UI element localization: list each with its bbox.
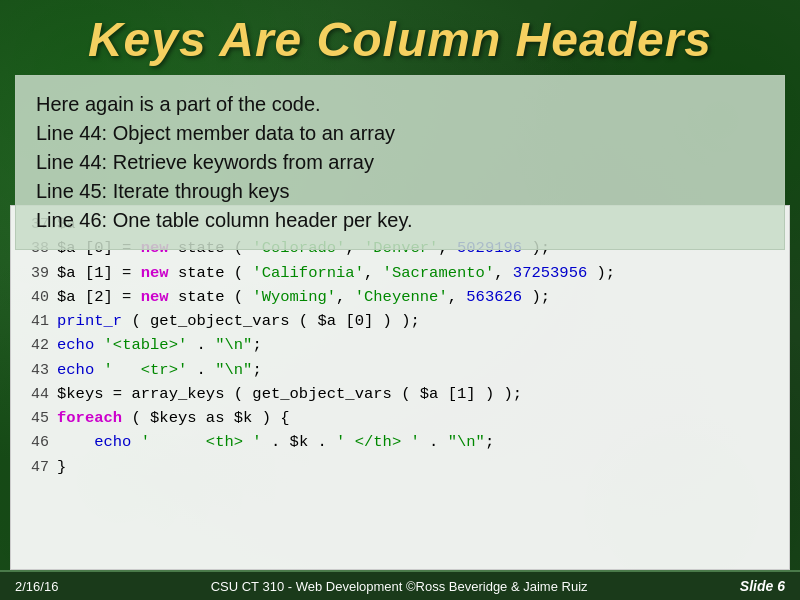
code-line-47: 47 } xyxy=(21,455,779,479)
code-line-42: 42 echo '<table>' . "\n"; xyxy=(21,333,779,357)
slide-container: Keys Are Column Headers Here again is a … xyxy=(0,0,800,600)
desc-line-1: Here again is a part of the code. xyxy=(36,90,764,119)
code-line-41: 41 print_r ( get_object_vars ( $a [0] ) … xyxy=(21,309,779,333)
footer-date: 2/16/16 xyxy=(15,579,58,594)
desc-line-2: Line 44: Object member data to an array xyxy=(36,119,764,148)
title-bar: Keys Are Column Headers xyxy=(0,0,800,75)
code-line-46: 46 echo ' <th> ' . $k . ' </th> ' . "\n"… xyxy=(21,430,779,454)
code-block: 37 $a 38 $a [0] = new state ( 'Colorado'… xyxy=(10,205,790,570)
desc-line-3: Line 44: Retrieve keywords from array xyxy=(36,148,764,177)
desc-line-5: Line 46: One table column header per key… xyxy=(36,206,764,235)
code-line-43: 43 echo ' <tr>' . "\n"; xyxy=(21,358,779,382)
slide-title: Keys Are Column Headers xyxy=(88,13,712,66)
code-line-39: 39 $a [1] = new state ( 'California', 'S… xyxy=(21,261,779,285)
main-content: Here again is a part of the code. Line 4… xyxy=(0,75,800,570)
description-box: Here again is a part of the code. Line 4… xyxy=(15,75,785,250)
code-line-45: 45 foreach ( $keys as $k ) { xyxy=(21,406,779,430)
footer-slide: Slide 6 xyxy=(740,578,785,594)
footer-credit: CSU CT 310 - Web Development ©Ross Bever… xyxy=(211,579,588,594)
code-line-44: 44 $keys = array_keys ( get_object_vars … xyxy=(21,382,779,406)
desc-line-4: Line 45: Iterate through keys xyxy=(36,177,764,206)
footer: 2/16/16 CSU CT 310 - Web Development ©Ro… xyxy=(0,570,800,600)
code-line-40: 40 $a [2] = new state ( 'Wyoming', 'Chey… xyxy=(21,285,779,309)
